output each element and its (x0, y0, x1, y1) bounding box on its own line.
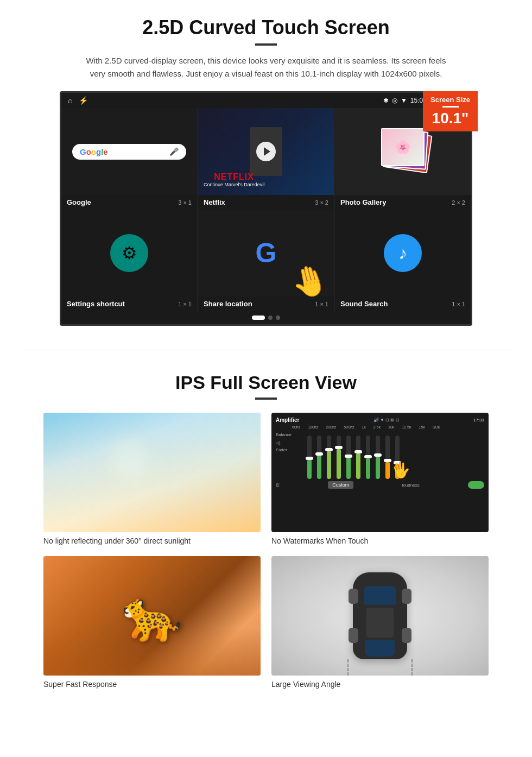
hand-pointing-icon: 🤚 (287, 260, 332, 297)
section2-title: IPS Full Screen View (33, 372, 499, 393)
section1-description: With 2.5D curved-display screen, this de… (81, 54, 451, 80)
amp-loudness-toggle[interactable] (468, 481, 484, 489)
feature-image-grid: No light reflecting under 360° direct su… (33, 413, 499, 689)
gear-icon: ⚙ (122, 243, 137, 263)
car-top-view-illustration (353, 572, 407, 659)
google-label-cell: Google 3 × 1 (61, 195, 197, 210)
section-ips-view: IPS Full Screen View No light reflecting… (0, 367, 532, 699)
amp-status-icons: 🔊 ▼ ⊡ ⊠ ⊟ (373, 418, 400, 422)
amp-slider-8[interactable] (376, 436, 380, 479)
wifi-icon: ▼ (401, 97, 407, 104)
soundsearch-label-cell: Sound Search 1 × 1 (335, 297, 471, 311)
car-wheel-rear-left (349, 628, 358, 643)
amp-slider-3[interactable] (327, 436, 331, 479)
sunlight-image (43, 413, 261, 532)
google-logo: Google (80, 147, 108, 156)
google-app-cell[interactable]: Google 🎤 (61, 108, 197, 195)
amp-slider-4[interactable] (337, 436, 341, 479)
car-guide-lines (347, 659, 413, 676)
soundsearch-app-name: Sound Search (340, 300, 388, 308)
amp-slider-5[interactable] (346, 436, 351, 479)
settings-app-cell[interactable]: ⚙ (61, 210, 197, 297)
status-bar: ⌂ ⚡ ✱ ◎ ▼ 15:06 ⊡ ♦) ⊠ ⬜ (61, 93, 471, 108)
amp-freq-labels: 60hz100hz200hz500hz1k2.5k10k12.5k15kSUB (292, 425, 484, 429)
car-rear-window (365, 640, 395, 657)
amp-time: 17:33 (473, 418, 484, 422)
sunlight-caption: No light reflecting under 360° direct su… (43, 537, 261, 545)
netflix-play-button[interactable] (256, 142, 276, 161)
usb-icon: ⚡ (79, 96, 88, 105)
netflix-label-overlay: NETFLIX Continue Marvel's Daredevil (204, 172, 264, 187)
cheetah-ground-shadow (43, 628, 261, 676)
pagination-dot-3[interactable] (276, 316, 280, 320)
pagination-dot-2[interactable] (268, 316, 273, 320)
share-location-cell[interactable]: G 🤚 (198, 210, 334, 297)
amplifier-feature-item: Amplifier 🔊 ▼ ⊡ ⊠ ⊟ 17:33 60hz100hz200hz… (271, 413, 489, 545)
netflix-brand-label: NETFLIX (204, 172, 264, 182)
device-mockup: Screen Size 10.1" ⌂ ⚡ ✱ ◎ ▼ 15:06 ⊡ ♦) ⊠ (60, 91, 472, 326)
microphone-icon[interactable]: 🎤 (169, 147, 179, 156)
shareloc-label-cell: Share location 1 × 1 (198, 297, 334, 311)
badge-size-value: 10.1" (430, 110, 470, 127)
amp-loudness-label: loudness (402, 483, 420, 488)
status-bar-left: ⌂ ⚡ (68, 96, 88, 105)
google-search-bar[interactable]: Google 🎤 (72, 144, 186, 160)
location-icon: ◎ (392, 97, 397, 104)
sound-search-cell[interactable]: ♪ (335, 210, 471, 297)
sunlight-feature-item: No light reflecting under 360° direct su… (43, 413, 261, 545)
photogallery-app-name: Photo Gallery (340, 198, 387, 206)
settings-icon-circle: ⚙ (110, 234, 148, 272)
amp-slider-1[interactable] (307, 436, 312, 479)
music-note-icon: ♪ (398, 243, 407, 263)
amp-slider-6[interactable] (356, 436, 360, 479)
screen-size-badge: Screen Size 10.1" (423, 91, 478, 131)
netflix-background: NETFLIX Continue Marvel's Daredevil (198, 108, 334, 195)
sound-search-icon-circle: ♪ (384, 234, 422, 272)
pagination-dot-1[interactable] (252, 316, 265, 320)
settings-app-name: Settings shortcut (67, 300, 125, 308)
pagination-row (61, 311, 471, 324)
amp-title-text: Amplifier (276, 417, 299, 423)
car-image (271, 556, 489, 676)
netflix-continue-label: Continue Marvel's Daredevil (204, 182, 264, 187)
title-underline (255, 43, 277, 46)
shareloc-grid-size: 1 × 1 (315, 301, 328, 307)
amp-header: Amplifier 🔊 ▼ ⊡ ⊠ ⊟ 17:33 (276, 417, 484, 423)
google-app-name: Google (67, 198, 91, 206)
section1-title: 2.5D Curved Touch Screen (33, 16, 499, 39)
photo-stack: 🌸 (378, 127, 427, 176)
home-icon[interactable]: ⌂ (68, 96, 72, 105)
soundsearch-grid-size: 1 × 1 (452, 301, 465, 307)
amp-controls: Balance ◁) Fader (276, 430, 484, 479)
amp-slider-group: 🖐 (307, 430, 400, 479)
netflix-app-cell[interactable]: NETFLIX Continue Marvel's Daredevil (198, 108, 334, 195)
amp-custom-button[interactable]: Custom (328, 481, 353, 489)
netflix-grid-size: 3 × 2 (315, 199, 328, 206)
photogallery-label-cell: Photo Gallery 2 × 2 (335, 195, 471, 210)
amp-slider-9[interactable] (385, 436, 390, 479)
car-windshield (364, 586, 396, 605)
photogallery-grid-size: 2 × 2 (452, 199, 465, 206)
netflix-app-name: Netflix (204, 198, 225, 206)
amplifier-image: Amplifier 🔊 ▼ ⊡ ⊠ ⊟ 17:33 60hz100hz200hz… (271, 413, 489, 532)
section2-underline (255, 398, 277, 400)
netflix-label-cell: Netflix 3 × 2 (198, 195, 334, 210)
settings-grid-size: 1 × 1 (178, 301, 192, 307)
car-caption: Large Viewing Angle (271, 680, 489, 689)
cheetah-image: 🐆 (43, 556, 261, 676)
android-screen: ⌂ ⚡ ✱ ◎ ▼ 15:06 ⊡ ♦) ⊠ ⬜ (60, 91, 472, 326)
car-wheel-rear-right (402, 628, 411, 643)
amp-slider-2[interactable] (317, 436, 321, 479)
amp-slider-7[interactable] (366, 436, 370, 479)
cheetah-feature-item: 🐆 Super Fast Response (43, 556, 261, 689)
amp-nav-arrows[interactable]: ⟪⟨ (276, 483, 280, 488)
badge-divider (442, 106, 459, 108)
section-curved-screen: 2.5D Curved Touch Screen With 2.5D curve… (0, 0, 532, 333)
badge-label: Screen Size (430, 96, 470, 104)
shareloc-app-name: Share location (204, 300, 252, 308)
label-row1: Google 3 × 1 Netflix 3 × 2 Photo Gallery… (61, 195, 471, 210)
car-wheel-front-right (402, 589, 411, 604)
app-grid-row1: Google 🎤 NETFLIX Continue Marvel's Dared… (61, 108, 471, 195)
netflix-figure (250, 127, 282, 176)
amp-labels: Balance ◁) Fader (276, 430, 291, 479)
